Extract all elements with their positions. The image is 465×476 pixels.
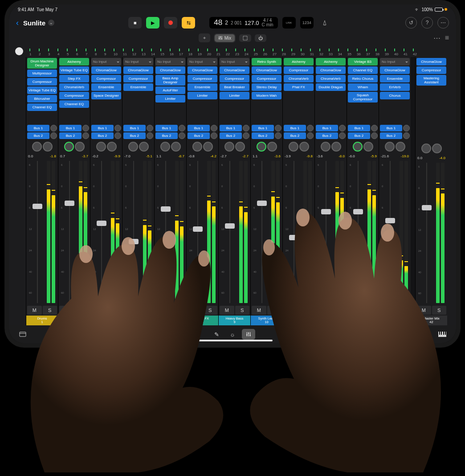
track-name-label[interactable]: Heavy Bass9 <box>219 316 250 325</box>
instrument-slot[interactable]: No Input <box>155 58 185 66</box>
send-knob[interactable] <box>147 132 153 139</box>
send-knob[interactable] <box>82 132 89 139</box>
fx-slot[interactable]: Ensemble <box>123 83 153 91</box>
record-button[interactable] <box>164 17 177 29</box>
fx-slot[interactable]: ChromaGlow <box>252 66 281 74</box>
fx-slot[interactable]: Vintage Tube EQ <box>59 66 89 74</box>
undo-button[interactable]: ↺ <box>405 17 417 29</box>
solo-button[interactable]: S <box>331 306 346 315</box>
instrument-slot[interactable]: No Input <box>380 58 410 66</box>
send-slot[interactable]: Bus 1 <box>155 125 178 131</box>
link-button[interactable]: LINK <box>282 17 296 29</box>
send-slot[interactable]: Bus 2 <box>284 132 306 139</box>
mixer-tool-button[interactable] <box>242 329 255 340</box>
fx-slot[interactable]: Ensemble <box>91 83 121 91</box>
instrument-slot[interactable]: No Input <box>220 58 249 66</box>
solo-button[interactable]: S <box>203 306 218 315</box>
balance-knob[interactable] <box>75 142 85 152</box>
fader[interactable]: 60612244060 <box>253 161 270 303</box>
play-button[interactable]: ▶ <box>146 17 159 29</box>
fx-slot[interactable]: ChromaGlow <box>416 58 446 66</box>
send-slot[interactable]: Bus 1 <box>123 125 146 131</box>
track-name-label[interactable] <box>347 316 379 325</box>
lcd-display[interactable]: 48 2 2 001 127.0 4 / 4C min <box>209 17 277 29</box>
home-indicator[interactable] <box>192 340 273 341</box>
send-knob[interactable] <box>371 125 378 131</box>
send-knob[interactable] <box>50 132 57 139</box>
selection-button[interactable] <box>239 34 251 42</box>
track-name-label[interactable] <box>90 316 122 325</box>
fx-slot[interactable]: AutoFilter <box>155 86 185 94</box>
mute-button[interactable]: M <box>220 306 234 315</box>
mute-button[interactable]: M <box>123 306 138 315</box>
edit-tool-button[interactable]: ✎ <box>210 329 223 340</box>
send-knob[interactable] <box>275 132 281 139</box>
fx-slot[interactable]: ChromaVerb <box>316 75 346 82</box>
instrument-slot[interactable]: Alchemy <box>316 58 346 66</box>
fx-slot[interactable]: Channel EQ <box>59 100 89 108</box>
fx-slot[interactable]: Beat Breaker <box>220 83 249 91</box>
mute-button[interactable]: M <box>155 306 170 315</box>
balance-knob[interactable] <box>363 142 373 152</box>
send-knob[interactable] <box>243 125 249 131</box>
send-knob[interactable] <box>307 132 314 139</box>
solo-button[interactable]: S <box>43 306 57 315</box>
solo-button[interactable]: S <box>75 306 90 315</box>
countin-button[interactable]: 1234 <box>300 17 314 29</box>
send-slot[interactable]: Bus 2 <box>188 132 210 139</box>
fader[interactable]: 60612244060 <box>29 161 45 303</box>
solo-button[interactable]: S <box>396 306 410 315</box>
fx-slot[interactable]: Ensemble <box>188 83 217 91</box>
track-name-label[interactable]: Airy Synth11 <box>283 316 314 325</box>
balance-knob[interactable] <box>139 142 149 152</box>
fx-slot[interactable]: Double Dragon <box>316 83 346 91</box>
track-name-label[interactable] <box>122 316 154 325</box>
help-button[interactable]: ? <box>421 17 433 29</box>
send-knob[interactable] <box>179 132 185 139</box>
fx-slot[interactable]: Wham <box>348 83 378 91</box>
fader[interactable]: 60612244060 <box>221 161 238 303</box>
fx-slot[interactable]: ChromaGlow <box>380 66 410 74</box>
track-name-label[interactable] <box>155 316 186 325</box>
balance-knob[interactable] <box>331 142 341 152</box>
balance-knob[interactable] <box>43 142 53 152</box>
fx-slot[interactable]: Phat FX <box>284 83 314 91</box>
track-name-label[interactable]: Rising Lead3 <box>58 316 90 325</box>
solo-button[interactable]: S <box>171 306 186 315</box>
fader[interactable]: 60612244060 <box>286 161 302 303</box>
mute-button[interactable]: M <box>27 306 42 315</box>
pan-knob[interactable] <box>160 142 170 152</box>
send-slot[interactable]: Bus 1 <box>220 125 242 131</box>
send-slot[interactable]: Bus 2 <box>91 132 114 139</box>
send-knob[interactable] <box>211 132 217 139</box>
fx-slot[interactable]: Ensemble <box>380 75 410 82</box>
fx-slot[interactable]: Retro Chorus <box>348 75 378 82</box>
balance-knob[interactable] <box>267 142 277 152</box>
send-knob[interactable] <box>275 125 281 131</box>
send-slot[interactable]: Bus 1 <box>348 125 370 131</box>
send-slot[interactable]: Bus 1 <box>380 125 402 131</box>
send-slot[interactable]: Bus 2 <box>252 132 274 139</box>
cycle-button[interactable]: ⇆ <box>182 17 195 29</box>
instrument-slot[interactable]: No Input <box>91 58 121 66</box>
mute-button[interactable]: M <box>59 306 74 315</box>
send-slot[interactable]: Bus 1 <box>316 125 338 131</box>
mute-button[interactable]: M <box>348 306 363 315</box>
pan-knob[interactable] <box>96 142 106 152</box>
pan-knob[interactable] <box>192 142 202 152</box>
fx-slot[interactable]: Limiter <box>155 95 185 103</box>
send-knob[interactable] <box>50 125 57 131</box>
send-slot[interactable]: Bus 2 <box>155 132 178 139</box>
fx-slot[interactable]: Compressor <box>284 66 314 74</box>
track-name-label[interactable]: Riser FX8 <box>187 316 218 325</box>
send-slot[interactable]: Bus 2 <box>123 132 146 139</box>
track-name-label[interactable]: Quartet <box>379 316 411 325</box>
send-slot[interactable]: Bus 2 <box>348 132 370 139</box>
fader[interactable]: 60612244060 <box>318 161 334 303</box>
send-knob[interactable] <box>82 125 89 131</box>
list-icon[interactable]: ≡ <box>445 34 449 42</box>
pan-knob[interactable] <box>224 142 234 152</box>
pan-knob[interactable] <box>128 142 138 152</box>
fx-slot[interactable]: Compressor <box>252 75 281 82</box>
mute-button[interactable]: M <box>284 306 298 315</box>
